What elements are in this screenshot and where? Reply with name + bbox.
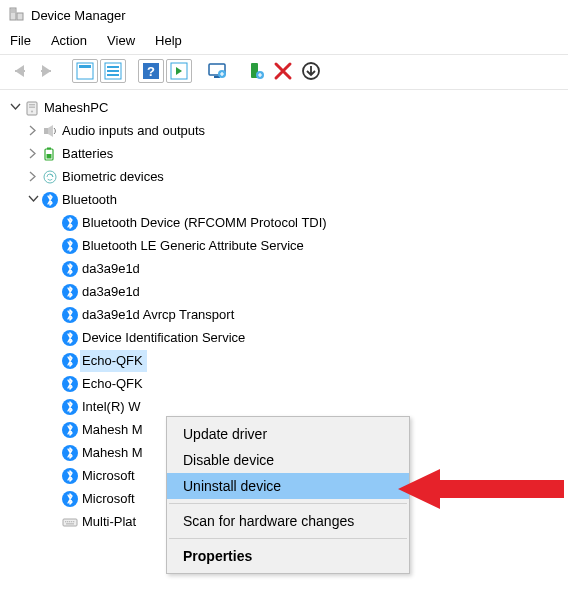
update-driver-button[interactable]: [298, 59, 324, 83]
menu-file[interactable]: File: [10, 33, 31, 48]
uninstall-button[interactable]: [270, 59, 296, 83]
tree-item-bluetooth-child[interactable]: Echo-QFK: [4, 372, 564, 395]
tree-item-audio[interactable]: Audio inputs and outputs: [4, 119, 564, 142]
tree-item-bluetooth-child[interactable]: Intel(R) W: [4, 395, 564, 418]
tree-item-label: Biometric devices: [60, 166, 168, 188]
chevron-right-icon[interactable]: [26, 171, 40, 182]
bluetooth-icon: [60, 376, 80, 392]
menubar: File Action View Help: [0, 29, 568, 54]
tree-item-label: Microsoft: [80, 488, 139, 510]
bluetooth-icon: [60, 353, 80, 369]
bluetooth-icon: [60, 468, 80, 484]
tree-item-bluetooth-child[interactable]: Device Identification Service: [4, 326, 564, 349]
tree-item-bluetooth-child[interactable]: da3a9e1d: [4, 280, 564, 303]
tree-item-bluetooth-child[interactable]: Bluetooth LE Generic Attribute Service: [4, 234, 564, 257]
tree-item-label: MaheshPC: [42, 97, 112, 119]
properties-button[interactable]: [100, 59, 126, 83]
context-menu-separator: [169, 503, 407, 504]
tree-item-bluetooth[interactable]: Bluetooth: [4, 188, 564, 211]
context-menu-item[interactable]: Scan for hardware changes: [167, 508, 409, 534]
bluetooth-icon: [60, 445, 80, 461]
tree-item-label: Intel(R) W: [80, 396, 145, 418]
tree-item-label: Bluetooth LE Generic Attribute Service: [80, 235, 308, 257]
context-menu-item[interactable]: Update driver: [167, 421, 409, 447]
menu-help[interactable]: Help: [155, 33, 182, 48]
tree-item-batteries[interactable]: Batteries: [4, 142, 564, 165]
tree-item-label: Echo-QFK: [80, 350, 147, 372]
context-menu-item[interactable]: Properties: [167, 543, 409, 569]
chevron-right-icon[interactable]: [26, 148, 40, 159]
help-button[interactable]: [138, 59, 164, 83]
add-legacy-button[interactable]: [204, 59, 230, 83]
bluetooth-icon: [60, 261, 80, 277]
tree-item-biometric[interactable]: Biometric devices: [4, 165, 564, 188]
context-menu-separator: [169, 538, 407, 539]
chevron-down-icon[interactable]: [8, 102, 22, 113]
context-menu-item[interactable]: Disable device: [167, 447, 409, 473]
tree-item-label: Bluetooth Device (RFCOMM Protocol TDI): [80, 212, 331, 234]
bluetooth-icon: [60, 491, 80, 507]
tree-root[interactable]: MaheshPC: [4, 96, 564, 119]
tree-item-bluetooth-child[interactable]: da3a9e1d: [4, 257, 564, 280]
context-menu[interactable]: Update driverDisable deviceUninstall dev…: [166, 416, 410, 574]
bluetooth-icon: [60, 307, 80, 323]
computer-icon: [22, 100, 42, 116]
tree-item-label: Batteries: [60, 143, 117, 165]
bluetooth-icon: [60, 422, 80, 438]
chevron-down-icon[interactable]: [26, 194, 40, 205]
scan-button[interactable]: [166, 59, 192, 83]
speaker-icon: [40, 123, 60, 139]
fingerprint-icon: [40, 169, 60, 185]
tree-item-label: Echo-QFK: [80, 373, 147, 395]
battery-icon: [40, 146, 60, 162]
menu-action[interactable]: Action: [51, 33, 87, 48]
bluetooth-icon: [60, 238, 80, 254]
bluetooth-icon: [60, 215, 80, 231]
tree-item-label: Multi-Plat: [80, 511, 140, 533]
context-menu-item[interactable]: Uninstall device: [167, 473, 409, 499]
tree-item-label: Mahesh M: [80, 419, 147, 441]
bluetooth-icon: [60, 284, 80, 300]
tree-item-label: Microsoft: [80, 465, 139, 487]
enable-device-button[interactable]: [242, 59, 268, 83]
tree-item-label: da3a9e1d: [80, 281, 144, 303]
keyboard-icon: [60, 514, 80, 530]
toolbar: [0, 54, 568, 90]
bluetooth-icon: [60, 330, 80, 346]
tree-item-bluetooth-child[interactable]: Echo-QFK: [4, 349, 564, 372]
back-button[interactable]: [6, 59, 32, 83]
menu-view[interactable]: View: [107, 33, 135, 48]
devmgr-icon: [8, 6, 24, 25]
tree-item-label: Device Identification Service: [80, 327, 249, 349]
show-hide-tree-button[interactable]: [72, 59, 98, 83]
tree-item-label: da3a9e1d Avrcp Transport: [80, 304, 238, 326]
tree-item-bluetooth-child[interactable]: Bluetooth Device (RFCOMM Protocol TDI): [4, 211, 564, 234]
bluetooth-icon: [40, 192, 60, 208]
chevron-right-icon[interactable]: [26, 125, 40, 136]
bluetooth-icon: [60, 399, 80, 415]
titlebar: Device Manager: [0, 0, 568, 29]
tree-item-label: Audio inputs and outputs: [60, 120, 209, 142]
tree-item-label: Mahesh M: [80, 442, 147, 464]
window-title: Device Manager: [31, 8, 126, 23]
forward-button[interactable]: [34, 59, 60, 83]
tree-item-label: Bluetooth: [60, 189, 121, 211]
tree-item-bluetooth-child[interactable]: da3a9e1d Avrcp Transport: [4, 303, 564, 326]
tree-item-label: da3a9e1d: [80, 258, 144, 280]
